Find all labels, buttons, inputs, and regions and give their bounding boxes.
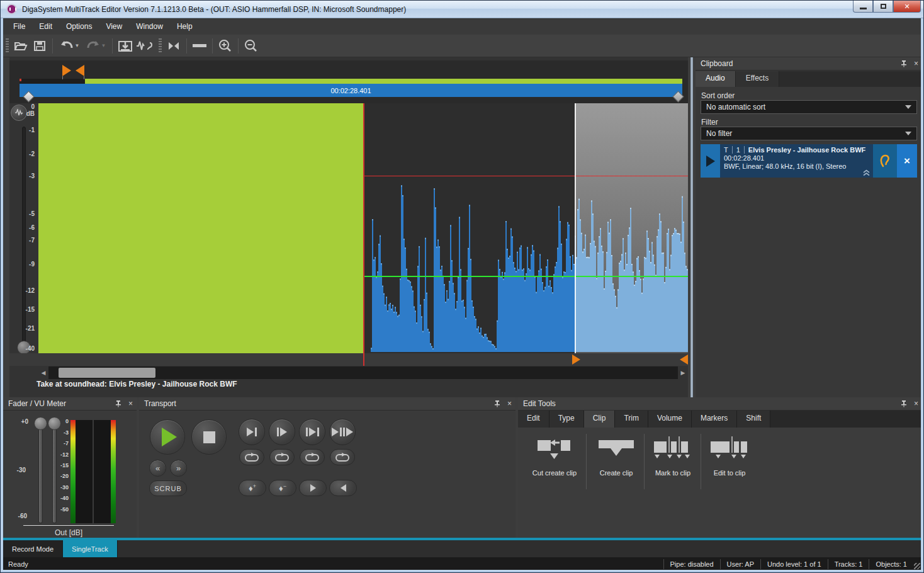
menu-help[interactable]: Help — [171, 20, 199, 33]
db-tick: -21 — [9, 325, 35, 332]
selection-start-line[interactable] — [575, 103, 576, 353]
tab-clip[interactable]: Clip — [584, 411, 616, 428]
hscroll-left-arrow[interactable]: ◀ — [38, 366, 48, 379]
play-from-cursor-button[interactable] — [269, 419, 295, 445]
cut-create-clip-button[interactable]: Cut create clip — [527, 436, 582, 477]
pin-icon[interactable] — [493, 400, 501, 407]
hscroll-thumb[interactable] — [59, 368, 155, 378]
zoom-out-button[interactable] — [242, 37, 261, 55]
nudge-left-button[interactable] — [329, 480, 357, 496]
close-panel-icon[interactable]: × — [128, 399, 133, 408]
tab-trim[interactable]: Trim — [615, 411, 648, 428]
play-button[interactable] — [150, 419, 185, 455]
undo-button[interactable]: ▼ — [56, 37, 82, 55]
collapse-button[interactable] — [164, 37, 183, 55]
loop-around-cursor-button[interactable] — [330, 449, 355, 465]
playhead-cursor[interactable] — [363, 103, 364, 366]
fader-track-left[interactable] — [38, 424, 43, 523]
pin-icon[interactable] — [900, 400, 908, 407]
resize-grip[interactable] — [914, 563, 920, 569]
close-panel-icon[interactable]: × — [507, 399, 512, 408]
transport-panel-title: Transport — [144, 399, 176, 408]
selection-in-marker-icon[interactable] — [572, 355, 580, 365]
mark-to-clip-button[interactable]: Mark to clip — [645, 436, 701, 477]
overview-marker-out-icon[interactable] — [76, 65, 84, 76]
toolbar-grip[interactable] — [159, 38, 162, 54]
menu-bar: File Edit Options View Window Help — [1, 18, 924, 35]
tab-edit[interactable]: Edit — [518, 411, 549, 428]
toolbar-grip[interactable] — [6, 38, 9, 54]
tool-divider — [586, 434, 587, 489]
close-panel-icon[interactable]: × — [914, 59, 918, 68]
prelisten-button[interactable] — [135, 37, 154, 55]
selection-out-marker-icon[interactable] — [680, 355, 688, 365]
tab-effects[interactable]: Effects — [736, 71, 779, 87]
sort-order-select[interactable]: No automatic sort — [701, 100, 917, 114]
filter-select[interactable]: No filter — [701, 127, 917, 140]
create-clip-button[interactable]: Create clip — [589, 436, 644, 477]
db-tick: -15 — [9, 306, 35, 313]
fader-knob-left[interactable] — [34, 417, 47, 430]
pin-icon[interactable] — [115, 400, 122, 407]
edit-tools-title: Edit Tools — [523, 399, 556, 408]
vu-scale-tick: 0 — [55, 418, 69, 424]
timeline-overview[interactable]: 00:02:28.401 — [9, 60, 688, 103]
save-button[interactable] — [30, 37, 49, 55]
remove-button[interactable] — [190, 37, 209, 55]
zoom-in-button[interactable] — [216, 37, 235, 55]
menu-options[interactable]: Options — [60, 20, 98, 33]
skip-forward-button[interactable]: » — [170, 460, 187, 477]
scrub-button[interactable]: SCRUB — [149, 480, 187, 496]
entry-play-button[interactable] — [701, 144, 720, 178]
play-selection-button[interactable] — [299, 419, 325, 445]
entry-prelisten-button[interactable] — [873, 144, 897, 178]
clip-block-green[interactable] — [38, 103, 363, 353]
loop-to-cursor-button[interactable] — [239, 449, 264, 465]
entry-info[interactable]: T 1 Elvis Presley - Jailhouse Rock BWF 0… — [720, 144, 873, 178]
create-clip-icon — [596, 436, 636, 463]
add-marker-button[interactable]: ♦+ — [239, 480, 266, 496]
close-panel-icon[interactable]: × — [914, 399, 918, 408]
app-window: DigaSystem MultiTrack Editor Version 7.1… — [0, 0, 924, 573]
menu-edit[interactable]: Edit — [33, 20, 59, 33]
redo-button[interactable]: ▼ — [82, 37, 109, 55]
overview-marker-in-icon[interactable] — [62, 65, 71, 76]
timeline-duration-bar[interactable]: 00:02:28.401 — [20, 84, 682, 97]
nudge-right-button[interactable] — [299, 480, 327, 496]
skip-back-button[interactable]: « — [149, 460, 166, 477]
restore-button[interactable] — [873, 1, 893, 13]
hscroll-right-arrow[interactable]: ▶ — [678, 366, 688, 379]
menu-window[interactable]: Window — [130, 20, 169, 33]
entry-remove-button[interactable]: × — [897, 144, 917, 178]
tab-record-mode[interactable]: Record Mode — [3, 540, 63, 557]
close-button[interactable]: ✕ — [893, 1, 921, 13]
edit-to-clip-button[interactable]: Edit to clip — [702, 436, 757, 477]
redo-dropdown-caret[interactable]: ▼ — [101, 43, 106, 48]
import-take-button[interactable] — [116, 37, 135, 55]
loop-selection-button[interactable] — [300, 449, 325, 465]
loop-from-cursor-button[interactable] — [269, 449, 295, 465]
tab-audio[interactable]: Audio — [696, 71, 736, 87]
undo-dropdown-caret[interactable]: ▼ — [75, 43, 80, 48]
menu-view[interactable]: View — [99, 20, 128, 33]
clipboard-entry[interactable]: T 1 Elvis Presley - Jailhouse Rock BWF 0… — [701, 144, 917, 178]
marker-strip[interactable] — [9, 353, 688, 366]
play-around-cursor-button[interactable] — [329, 419, 356, 445]
open-button[interactable] — [11, 37, 30, 55]
tab-type[interactable]: Type — [549, 411, 584, 428]
tool-label: Create clip — [589, 469, 644, 477]
panel-splitter[interactable] — [688, 57, 696, 397]
waveform-canvas[interactable] — [363, 103, 688, 353]
tab-singletrack[interactable]: SingleTrack — [63, 540, 118, 557]
tab-shift[interactable]: Shift — [737, 411, 770, 428]
filter-value: No filter — [706, 129, 732, 138]
tab-markers[interactable]: Markers — [692, 411, 737, 428]
play-to-cursor-button[interactable] — [239, 419, 265, 445]
pin-icon[interactable] — [900, 60, 908, 67]
tab-volume[interactable]: Volume — [648, 411, 692, 428]
stop-button[interactable] — [191, 419, 227, 455]
menu-file[interactable]: File — [7, 20, 31, 33]
remove-marker-button[interactable]: ♦− — [269, 480, 296, 496]
minimize-button[interactable] — [853, 1, 873, 13]
collapse-chevron-icon[interactable] — [862, 169, 870, 176]
